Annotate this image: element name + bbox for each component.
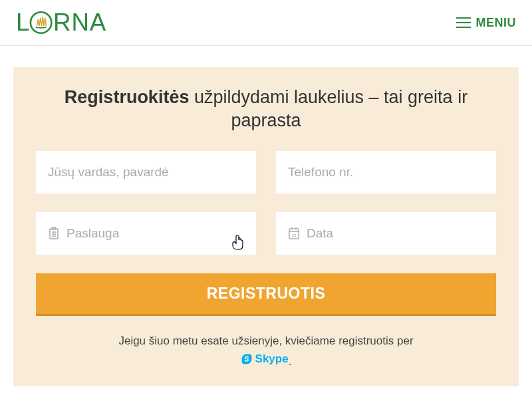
note-text: Jeigu šiuo metu esate užsienyje, kviečia… [118, 334, 413, 347]
heading-rest: užpildydami laukelius – tai greita ir pa… [189, 87, 467, 130]
name-field-wrap[interactable] [36, 151, 256, 194]
note-period: . [289, 355, 292, 368]
form-heading: Registruokitės užpildydami laukelius – t… [36, 86, 496, 132]
logo-svg: L RNA [16, 8, 132, 37]
skype-label: Skype [255, 350, 289, 368]
calendar-icon: 23 [288, 227, 300, 240]
name-input[interactable] [48, 165, 244, 180]
site-header: L RNA MENIU [0, 0, 532, 46]
svg-text:L: L [16, 9, 30, 36]
service-label: Paslauga [66, 226, 244, 241]
phone-input[interactable] [288, 165, 484, 180]
service-select[interactable]: Paslauga [36, 212, 256, 255]
svg-text:RNA: RNA [53, 9, 106, 36]
menu-label: MENIU [476, 16, 517, 30]
clipboard-icon [48, 227, 60, 240]
registration-card: Registruokitės užpildydami laukelius – t… [13, 67, 519, 386]
hamburger-icon [456, 17, 471, 28]
phone-field-wrap[interactable] [276, 151, 496, 194]
menu-button[interactable]: MENIU [456, 16, 517, 30]
date-select[interactable]: 23 Data [276, 212, 496, 255]
date-label: Data [307, 226, 484, 241]
skype-link[interactable]: Skype [241, 350, 289, 368]
logo[interactable]: L RNA [16, 8, 132, 37]
skype-note: Jeigu šiuo metu esate užsienyje, kviečia… [36, 332, 496, 370]
svg-text:23: 23 [292, 233, 297, 237]
form-grid: Paslauga 23 Data [36, 151, 496, 255]
heading-bold: Registruokitės [65, 87, 190, 107]
skype-icon [241, 353, 253, 365]
submit-button[interactable]: REGISTRUOTIS [36, 273, 496, 316]
